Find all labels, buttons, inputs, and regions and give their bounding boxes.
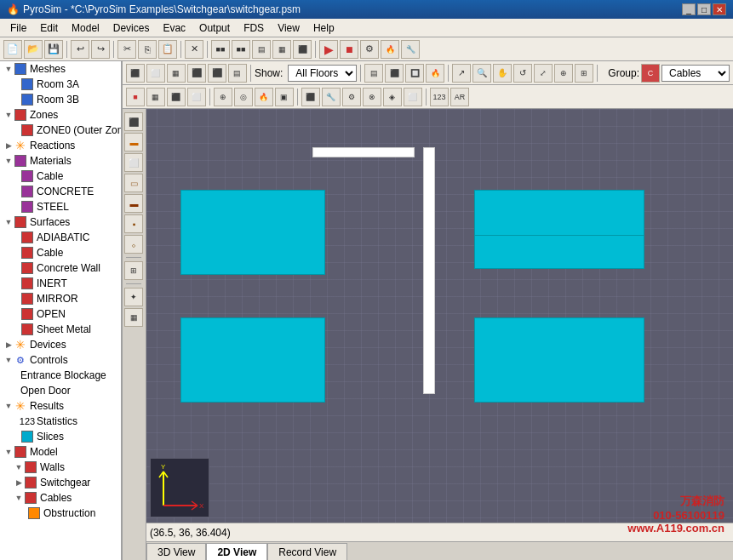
tool4[interactable]: ▦ — [272, 40, 291, 59]
cut-button[interactable]: ✂ — [117, 40, 136, 59]
tree-mat-concrete[interactable]: CONCRETE — [0, 184, 121, 199]
tree-surf-adiabatic[interactable]: ADIABATIC — [0, 230, 121, 245]
tool2[interactable]: ■■ — [232, 40, 250, 59]
tree-obstruction[interactable]: Obstruction — [0, 506, 121, 521]
vp-tb12[interactable]: ⤢ — [534, 64, 553, 83]
vp-tb1[interactable]: ⬛ — [126, 64, 145, 83]
strip-select[interactable]: ⬛ — [124, 112, 143, 131]
st5[interactable]: ⊕ — [214, 88, 232, 106]
redo-button[interactable]: ↪ — [91, 40, 110, 59]
strip-vent[interactable]: ▬ — [124, 194, 143, 213]
menu-devices[interactable]: Devices — [106, 20, 157, 36]
strip-rect[interactable]: ⬜ — [124, 153, 143, 172]
tab-record[interactable]: Record View — [267, 543, 347, 560]
st4[interactable]: ⬜ — [187, 88, 206, 106]
st2[interactable]: ▦ — [146, 88, 165, 106]
tree-surf-inert[interactable]: INERT — [0, 276, 121, 291]
tree-model[interactable]: Model — [0, 444, 121, 460]
tree-controls[interactable]: ⚙ Controls — [0, 352, 121, 368]
vp-tb4[interactable]: ⬛ — [187, 64, 206, 83]
vp-tb13[interactable]: ⊕ — [554, 64, 573, 83]
tree-ctrl-entrance[interactable]: Entrance Blockage — [0, 368, 121, 383]
tool7[interactable]: 🔧 — [401, 40, 420, 59]
meshes-expand[interactable] — [3, 64, 14, 74]
white-bar-top[interactable] — [312, 147, 415, 157]
tree-surf-concrete[interactable]: Concrete Wall — [0, 260, 121, 276]
tree-walls[interactable]: Walls — [0, 460, 121, 475]
st9[interactable]: ⬛ — [301, 88, 320, 106]
tree-switchgear[interactable]: Switchgear — [0, 475, 121, 490]
settings-button[interactable]: ⚙ — [360, 40, 379, 59]
menu-fds[interactable]: FDS — [237, 20, 271, 36]
menu-output[interactable]: Output — [192, 20, 237, 36]
cyan-rect-topleft[interactable] — [180, 190, 325, 275]
stop-button[interactable]: ⏹ — [340, 40, 358, 59]
copy-button[interactable]: ⎘ — [138, 40, 157, 59]
vp-tb10[interactable]: 🔥 — [426, 64, 444, 83]
tree-surf-cable[interactable]: Cable — [0, 245, 121, 260]
vp-tb6[interactable]: ▤ — [228, 64, 247, 83]
cyan-rect-topright-lower[interactable] — [474, 235, 644, 269]
st7[interactable]: 🔥 — [255, 88, 273, 106]
controls-expand[interactable] — [3, 355, 14, 365]
tree-surf-open[interactable]: OPEN — [0, 306, 121, 322]
vp-tb3[interactable]: ▦ — [167, 64, 186, 83]
tree-ctrl-opendoor[interactable]: Open Door — [0, 383, 121, 398]
paste-button[interactable]: 📋 — [158, 40, 177, 59]
strip-hole[interactable]: ▪ — [124, 214, 143, 233]
undo-button[interactable]: ↩ — [71, 40, 89, 59]
vp-tb11[interactable]: ↗ — [452, 64, 471, 83]
vp-tb5[interactable]: ⬛ — [208, 64, 226, 83]
st8[interactable]: ▣ — [275, 88, 294, 106]
tab-3d[interactable]: 3D View — [146, 543, 206, 560]
vp-zoom[interactable]: 🔍 — [472, 64, 491, 83]
tree-surf-mirror[interactable]: MIRROR — [0, 291, 121, 306]
menu-help[interactable]: Help — [306, 20, 341, 36]
white-wall-vertical[interactable] — [423, 147, 435, 394]
tool3[interactable]: ▤ — [252, 40, 271, 59]
vp-tb2[interactable]: ⬜ — [146, 64, 165, 83]
run-button[interactable]: ▶ — [319, 40, 338, 59]
cables-expand[interactable] — [14, 493, 24, 503]
strip-compass[interactable]: ✦ — [124, 288, 143, 306]
viewport-canvas[interactable]: ⬛ ▬ ⬜ ▭ ▬ ▪ ⬦ ⊞ ✦ ▦ — [123, 109, 733, 560]
st13[interactable]: ◈ — [383, 88, 402, 106]
tree-mat-cable[interactable]: Cable — [0, 169, 121, 184]
tree-results[interactable]: ✳ Results — [0, 398, 121, 414]
tab-2d[interactable]: 2D View — [206, 543, 267, 560]
switchgear-expand[interactable] — [14, 477, 24, 488]
strip-group[interactable]: ⊞ — [124, 261, 143, 280]
surfaces-expand[interactable] — [3, 217, 14, 227]
tree-room3b[interactable]: Room 3B — [0, 92, 121, 107]
vp-tb7[interactable]: ▤ — [364, 64, 383, 83]
tree-surf-sheet[interactable]: Sheet Metal — [0, 322, 121, 337]
tree-materials[interactable]: Materials — [0, 153, 121, 169]
st1[interactable]: ■ — [126, 88, 145, 106]
st6[interactable]: ◎ — [234, 88, 253, 106]
cyan-rect-bottomright[interactable] — [474, 317, 644, 403]
menu-evac[interactable]: Evac — [156, 20, 192, 36]
maximize-button[interactable]: □ — [697, 3, 711, 15]
st11[interactable]: ⚙ — [342, 88, 361, 106]
vp-tb14[interactable]: ⊞ — [575, 64, 593, 83]
delete-button[interactable]: ✕ — [185, 40, 203, 59]
strip-device[interactable]: ⬦ — [124, 235, 143, 254]
st15[interactable]: 123 — [430, 88, 449, 106]
menu-file[interactable]: File — [3, 20, 33, 36]
vp-tb8[interactable]: ⬛ — [385, 64, 404, 83]
st16[interactable]: AR — [450, 88, 469, 106]
tree-statistics[interactable]: 123 Statistics — [0, 414, 121, 429]
st10[interactable]: 🔧 — [322, 88, 341, 106]
strip-obst[interactable]: ▭ — [124, 174, 143, 192]
walls-expand[interactable] — [14, 462, 24, 472]
menu-view[interactable]: View — [271, 20, 306, 36]
tree-surfaces[interactable]: Surfaces — [0, 214, 121, 230]
tree-room3a[interactable]: Room 3A — [0, 77, 121, 92]
results-expand[interactable] — [3, 401, 14, 411]
materials-expand[interactable] — [3, 156, 14, 166]
reactions-expand[interactable] — [3, 140, 14, 151]
tool6[interactable]: 🔥 — [381, 40, 399, 59]
vp-tb9[interactable]: 🔲 — [405, 64, 424, 83]
tree-cables[interactable]: Cables — [0, 490, 121, 506]
tool5[interactable]: ⬛ — [293, 40, 312, 59]
